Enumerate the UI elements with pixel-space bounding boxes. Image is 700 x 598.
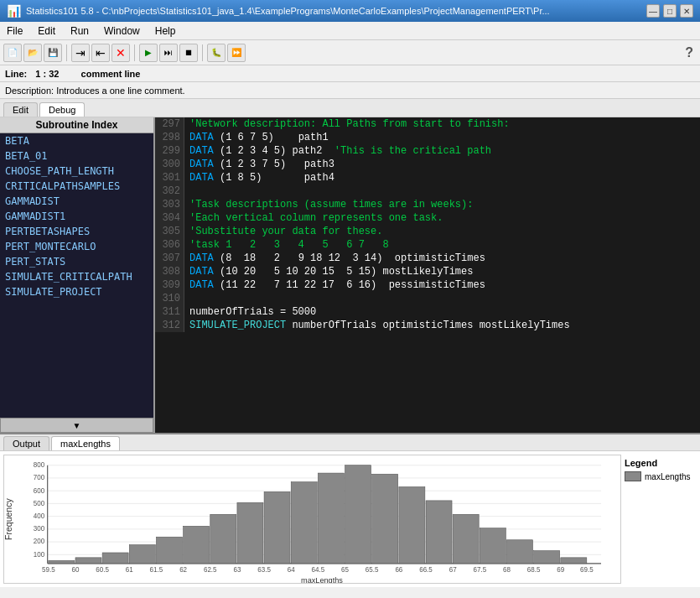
svg-text:63.5: 63.5 [257, 566, 271, 574]
svg-text:59.5: 59.5 [42, 566, 55, 574]
line-value: 1 : 32 [35, 69, 59, 79]
sidebar-header: Subroutine Index [0, 117, 153, 133]
code-line-297: 297 'Network description: All Paths from… [155, 117, 700, 131]
code-line-299: 299 DATA (1 2 3 4 5) path2 'This is the … [155, 144, 700, 158]
code-line-302: 302 [155, 185, 700, 198]
step-button[interactable]: ⏭ [159, 44, 178, 62]
line-info-bar: Line: 1 : 32 comment line [0, 65, 700, 82]
code-line-307: 307 DATA (8 18 2 9 18 12 3 14) optimisti… [155, 252, 700, 265]
menu-edit[interactable]: Edit [34, 24, 59, 38]
svg-text:68: 68 [503, 566, 511, 574]
code-line-300: 300 DATA (1 2 3 7 5) path3 [155, 158, 700, 171]
toolbar-sep3 [202, 44, 203, 61]
main-content: Subroutine Index BETA BETA_01 CHOOSE_PAT… [0, 117, 700, 433]
resume-button[interactable]: ⏩ [227, 44, 246, 62]
output-tab-output[interactable]: Output [3, 436, 49, 450]
svg-text:60.5: 60.5 [96, 566, 109, 574]
output-tab-maxlengths[interactable]: maxLengths [51, 436, 120, 450]
bar-11 [345, 465, 371, 564]
maximize-button[interactable]: □ [663, 4, 677, 18]
line-num-301: 301 [155, 171, 184, 185]
histogram-chart: Frequency 800 700 600 500 400 300 200 10… [4, 455, 620, 583]
help-button[interactable]: ? [682, 45, 697, 60]
svg-text:65: 65 [341, 566, 349, 574]
menu-help[interactable]: Help [152, 24, 179, 38]
line-num-305: 305 [155, 225, 184, 238]
svg-text:69: 69 [557, 566, 564, 574]
svg-text:68.5: 68.5 [527, 566, 541, 574]
svg-text:67: 67 [449, 566, 457, 574]
desc-label: Description: [5, 86, 54, 96]
close-button[interactable]: ✕ [680, 4, 693, 18]
chart-container: Frequency 800 700 600 500 400 300 200 10… [3, 455, 621, 584]
menu-bar: File Edit Run Window Help [0, 22, 700, 40]
menu-window[interactable]: Window [101, 24, 143, 38]
sidebar-list[interactable]: BETA BETA_01 CHOOSE_PATH_LENGTH CRITICAL… [0, 133, 153, 418]
sidebar-item-gammadist[interactable]: GAMMADIST [0, 194, 153, 209]
svg-text:61.5: 61.5 [150, 566, 163, 574]
sidebar-item-critical-path[interactable]: CRITICALPATHSAMPLES [0, 179, 153, 194]
app-icon: 📊 [7, 4, 21, 18]
bar-1 [75, 558, 101, 564]
debug-button[interactable]: 🐛 [207, 44, 226, 62]
bar-12 [372, 474, 398, 564]
sidebar-item-pert-stats[interactable]: PERT_STATS [0, 254, 153, 269]
sidebar-scroll-down[interactable]: ▼ [0, 418, 153, 433]
sidebar-item-gammadist1[interactable]: GAMMADIST1 [0, 209, 153, 224]
line-content-299: DATA (1 2 3 4 5) path2 'This is the crit… [184, 144, 496, 158]
sidebar-item-beta[interactable]: BETA [0, 133, 153, 148]
line-content-308: DATA (10 20 5 10 20 15 5 15) mostLikelyT… [184, 265, 478, 278]
sidebar-item-simulate-project[interactable]: SIMULATE_PROJECT [0, 284, 153, 299]
sidebar-item-simulate-critical[interactable]: SIMULATE_CRITICALPATH [0, 269, 153, 284]
tab-edit[interactable]: Edit [3, 102, 38, 117]
comment-button[interactable]: ✕ [111, 44, 130, 62]
code-line-309: 309 DATA (11 22 7 11 22 17 6 16) pessimi… [155, 278, 700, 292]
bar-7 [237, 502, 263, 564]
code-line-305: 305 'Substitute your data for these. [155, 225, 700, 238]
tab-debug[interactable]: Debug [39, 102, 85, 117]
toolbar: 📄 📂 💾 ⇥ ⇤ ✕ ▶ ⏭ ⏹ 🐛 ⏩ ? [0, 40, 700, 65]
line-content-306: 'task 1 2 3 4 5 6 7 8 [184, 238, 394, 252]
line-num-302: 302 [155, 185, 184, 198]
bar-0 [49, 560, 75, 564]
line-num-310: 310 [155, 292, 184, 305]
svg-text:69.5: 69.5 [580, 566, 594, 574]
line-num-298: 298 [155, 131, 184, 144]
open-button[interactable]: 📂 [23, 44, 42, 62]
svg-text:66.5: 66.5 [419, 566, 433, 574]
bar-6 [210, 514, 236, 564]
bar-15 [453, 514, 479, 564]
line-content-310 [184, 292, 194, 305]
sidebar-item-pert-monte[interactable]: PERT_MONTECARLO [0, 239, 153, 254]
title-bar-left: 📊 Statistics101 5.8 - C:\nbProjects\Stat… [7, 4, 550, 18]
svg-text:61: 61 [126, 566, 133, 574]
stop-button[interactable]: ⏹ [179, 44, 198, 62]
output-tabs: Output maxLengths [0, 434, 700, 451]
desc-value: Introduces a one line comment. [56, 86, 184, 96]
sidebar-item-choose-path[interactable]: CHOOSE_PATH_LENGTH [0, 164, 153, 179]
svg-text:700: 700 [34, 474, 45, 481]
sidebar-item-pertbeta[interactable]: PERTBETASHAPES [0, 224, 153, 239]
svg-text:66: 66 [395, 566, 402, 574]
indent-button[interactable]: ⇥ [71, 44, 90, 62]
line-num-306: 306 [155, 238, 184, 252]
line-num-309: 309 [155, 278, 184, 292]
menu-run[interactable]: Run [67, 24, 92, 38]
code-line-303: 303 'Task descriptions (assume times are… [155, 198, 700, 211]
bar-2 [102, 553, 128, 564]
line-num-299: 299 [155, 144, 184, 158]
run-button[interactable]: ▶ [139, 44, 158, 62]
code-editor[interactable]: 297 'Network description: All Paths from… [155, 117, 700, 433]
bar-19 [561, 558, 587, 564]
line-content-307: DATA (8 18 2 9 18 12 3 14) optimisticTim… [184, 252, 490, 265]
svg-text:65.5: 65.5 [366, 566, 379, 574]
minimize-button[interactable]: — [646, 4, 660, 18]
menu-file[interactable]: File [3, 24, 26, 38]
bar-16 [480, 528, 506, 564]
line-content-312: SIMULATE_PROJECT numberOfTrials optimist… [184, 319, 575, 332]
new-button[interactable]: 📄 [3, 44, 22, 62]
outdent-button[interactable]: ⇤ [91, 44, 110, 62]
sidebar-item-beta01[interactable]: BETA_01 [0, 148, 153, 164]
save-button[interactable]: 💾 [44, 44, 62, 62]
code-line-306: 306 'task 1 2 3 4 5 6 7 8 [155, 238, 700, 252]
